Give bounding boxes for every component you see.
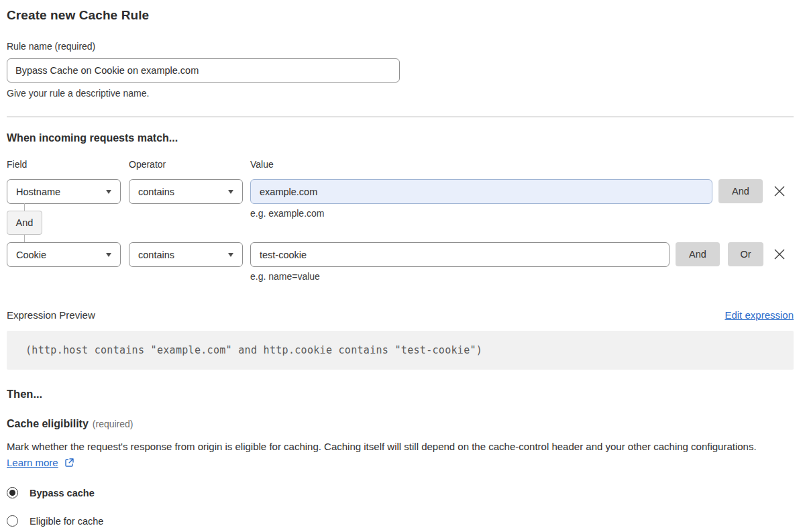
expression-preview-label: Expression Preview — [7, 309, 95, 321]
field-column-label: Field — [7, 159, 27, 170]
section-divider — [7, 116, 794, 117]
operator-column-label: Operator — [129, 159, 166, 170]
value-hint-row2: e.g. name=value — [250, 271, 320, 282]
create-cache-rule-page: Create new Cache Rule Rule name (require… — [0, 8, 805, 527]
eligibility-description: Mark whether the request's response from… — [7, 439, 785, 472]
operator-select-row2-value: contains — [138, 250, 174, 260]
radio-selected-icon — [7, 487, 18, 498]
chevron-down-icon — [228, 253, 233, 257]
rule-name-label: Rule name (required) — [7, 41, 794, 52]
remove-row2-button[interactable] — [772, 248, 787, 262]
field-select-row2[interactable]: Cookie — [7, 242, 121, 267]
radio-eligible-for-cache-label: Eligible for cache — [30, 516, 103, 527]
match-section-heading: When incoming requests match... — [7, 132, 794, 144]
operator-select-row2[interactable]: contains — [129, 242, 243, 267]
expression-code: (http.host contains "example.com" and ht… — [25, 344, 482, 356]
value-column-label: Value — [250, 159, 274, 170]
field-select-row2-value: Cookie — [16, 250, 46, 260]
close-icon — [773, 185, 786, 199]
operator-select-row1[interactable]: contains — [129, 179, 243, 204]
operator-select-row1-value: contains — [138, 187, 174, 197]
required-note: (required) — [93, 419, 133, 429]
eligibility-description-text: Mark whether the request's response from… — [7, 441, 757, 452]
remove-row1-button[interactable] — [772, 184, 787, 199]
connector-line — [24, 235, 25, 242]
field-select-row1-value: Hostname — [16, 187, 60, 197]
and-button-row1[interactable]: And — [718, 179, 763, 203]
radio-bypass-cache-label: Bypass cache — [30, 488, 95, 498]
expression-header: Expression Preview Edit expression — [7, 309, 794, 321]
cache-eligibility-heading: Cache eligibility(required) — [7, 418, 794, 430]
connector-line — [24, 203, 25, 211]
value-input-row1[interactable] — [250, 179, 712, 204]
chevron-down-icon — [106, 253, 111, 257]
value-hint-row1: e.g. example.com — [250, 208, 325, 219]
expression-preview-box: (http.host contains "example.com" and ht… — [7, 331, 794, 370]
and-button-row2[interactable]: And — [676, 242, 720, 266]
connector-and-button[interactable]: And — [7, 211, 42, 235]
radio-bypass-cache[interactable]: Bypass cache — [7, 487, 794, 498]
then-heading: Then... — [7, 388, 794, 401]
learn-more-link[interactable]: Learn more — [7, 457, 58, 468]
edit-expression-link[interactable]: Edit expression — [724, 309, 794, 321]
value-input-row2[interactable] — [250, 242, 669, 267]
radio-eligible-for-cache[interactable]: Eligible for cache — [7, 515, 794, 527]
condition-builder: Field Operator Value Hostname contains A… — [0, 157, 805, 284]
close-icon — [773, 248, 786, 262]
chevron-down-icon — [106, 190, 111, 194]
or-button-row2[interactable]: Or — [728, 242, 763, 266]
radio-unselected-icon — [7, 515, 18, 527]
page-title: Create new Cache Rule — [7, 8, 794, 23]
cache-eligibility-title: Cache eligibility — [7, 418, 89, 429]
rule-name-helper: Give your rule a descriptive name. — [7, 88, 794, 99]
field-select-row1[interactable]: Hostname — [7, 179, 121, 204]
external-link-icon — [62, 458, 74, 470]
chevron-down-icon — [228, 190, 233, 194]
rule-name-input[interactable] — [7, 58, 400, 83]
